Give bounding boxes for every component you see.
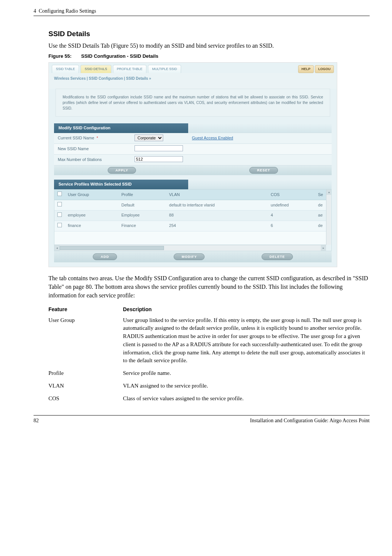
logout-button[interactable]: LOGOU	[315, 65, 334, 73]
page-footer: 82 Installation and Configuration Guide:…	[34, 415, 370, 424]
table-row[interactable]: finance Finance 254 6 de	[54, 221, 326, 231]
new-ssid-input[interactable]	[135, 145, 183, 151]
breadcrumb: Wireless Services | SSID Configuration |…	[49, 73, 337, 89]
current-ssid-select[interactable]: Corporate	[135, 135, 163, 141]
row-checkbox[interactable]	[57, 212, 62, 217]
tab-ssid-table[interactable]: SSID TABLE	[52, 65, 79, 73]
profiles-table: User Group Profile VLAN COS Se Default	[54, 190, 326, 245]
figure-title: SSID Configuration - SSID Details	[81, 53, 158, 59]
scroll-right-icon[interactable]: ▸	[321, 245, 326, 251]
col-user-group: User Group	[65, 190, 118, 200]
scroll-up-icon[interactable]: ▴	[326, 190, 331, 195]
page-header: 4 Configuring Radio Settings	[34, 7, 370, 16]
modify-ssid-panel: Modify SSID Configuration Current SSID N…	[54, 123, 332, 175]
feature-row: COS Class of service values assigned to …	[48, 395, 370, 403]
add-button[interactable]: ADD	[93, 253, 117, 260]
horizontal-scrollbar[interactable]: ◂ ▸	[54, 245, 326, 251]
feature-table: Feature Description User Group User grou…	[48, 306, 370, 402]
vertical-scrollbar[interactable]: ▴	[326, 190, 331, 245]
service-profiles-panel: Service Profiles Within Selected SSID Us…	[54, 180, 332, 262]
feature-row: VLAN VLAN assigned to the service profil…	[48, 382, 370, 390]
chapter-title: Configuring Radio Settings	[39, 8, 96, 14]
col-vlan: VLAN	[166, 190, 268, 200]
tab-profile-table[interactable]: PROFILE TABLE	[113, 65, 147, 73]
section-intro: Use the SSID Details Tab (Figure 55) to …	[48, 41, 370, 50]
delete-button[interactable]: DELETE	[262, 253, 293, 260]
post-figure-text: The tab contains two areas. Use the Modi…	[48, 274, 370, 300]
col-profile: Profile	[118, 190, 166, 200]
max-stations-label: Max Number of Stations	[54, 155, 132, 165]
figure-number: Figure 55:	[48, 53, 72, 59]
service-profiles-panel-title: Service Profiles Within Selected SSID	[54, 180, 188, 189]
modify-ssid-panel-title: Modify SSID Configuration	[54, 123, 188, 133]
tab-ssid-details[interactable]: SSID DETAILS	[80, 65, 111, 73]
table-row[interactable]: employee Employee 88 4 ae	[54, 210, 326, 221]
apply-button[interactable]: APPLY	[108, 167, 136, 174]
row-checkbox[interactable]	[57, 202, 62, 206]
modify-button[interactable]: MODIFY	[174, 253, 205, 260]
section-title: SSID Details	[48, 29, 370, 39]
tab-multiple-ssid[interactable]: MULTIPLE SSID	[148, 65, 181, 73]
figure-caption: Figure 55: SSID Configuration - SSID Det…	[48, 53, 370, 60]
feature-header: Feature	[48, 306, 123, 313]
row-checkbox[interactable]	[57, 223, 62, 227]
chapter-num: 4	[34, 8, 36, 14]
help-button[interactable]: HELP	[298, 65, 314, 73]
current-ssid-label: Current SSID Name *	[54, 133, 132, 143]
footer-title: Installation and Configuration Guide: Ai…	[250, 417, 370, 424]
guest-access-link[interactable]: Guest Access Enabled	[192, 136, 233, 140]
max-stations-input[interactable]	[135, 156, 183, 162]
new-ssid-label: New SSID Name	[54, 144, 132, 154]
description-box: Modifications to the SSID configuration …	[56, 89, 330, 117]
reset-button[interactable]: RESET	[249, 167, 278, 174]
table-row[interactable]: Default default to interface vlanid unde…	[54, 200, 326, 211]
scroll-left-icon[interactable]: ◂	[54, 245, 60, 251]
tab-bar: SSID TABLE SSID DETAILS PROFILE TABLE MU…	[49, 63, 337, 73]
screenshot-panel: SSID TABLE SSID DETAILS PROFILE TABLE MU…	[48, 62, 337, 267]
description-header: Description	[123, 306, 152, 313]
col-cos: COS	[268, 190, 315, 200]
col-sec: Se	[315, 190, 326, 200]
page-number: 82	[34, 417, 39, 424]
feature-row: Profile Service profile name.	[48, 369, 370, 377]
feature-row: User Group User group linked to the serv…	[48, 316, 370, 365]
profiles-table-wrap: User Group Profile VLAN COS Se Default	[54, 189, 332, 251]
select-all-checkbox[interactable]	[57, 192, 62, 196]
scroll-thumb[interactable]	[60, 246, 164, 250]
